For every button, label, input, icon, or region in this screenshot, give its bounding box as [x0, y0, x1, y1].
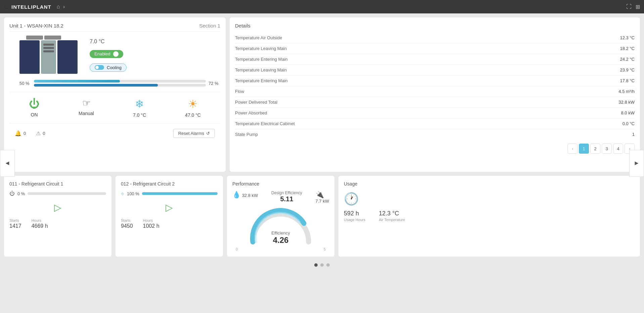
progress-bar-fill-1 — [34, 80, 120, 83]
usage-hours-label: Usage Hours — [344, 218, 365, 222]
circuit2-progress-row: ⟐ 100 % — [121, 191, 218, 197]
detail-name: Temperature Leaving Main — [235, 46, 287, 51]
toggle-dot — [113, 51, 119, 57]
usage-temp-value: 12.3 °C — [379, 210, 405, 217]
gauge-max-label: 5 — [324, 247, 326, 251]
details-row: Temperature Leaving Main23.9 °C — [235, 65, 635, 75]
control-on[interactable]: ⏻ ON — [29, 98, 40, 118]
control-cool-temp[interactable]: ❄ 7.0 °C — [133, 98, 146, 118]
circuit2-title: 012 - Refrigerant Circuit 2 — [121, 181, 218, 187]
details-row: Temperature Entering Main24.2 °C — [235, 54, 635, 65]
circuit2-power-icon: ⟐ — [121, 191, 124, 197]
details-row: Temperature Electrical Cabinet0.0 °C — [235, 118, 635, 129]
perf-left: 💧 32.8 kW — [232, 191, 258, 199]
detail-value: 32.8 kW — [618, 100, 635, 105]
grid-icon[interactable]: ⊞ — [636, 4, 640, 10]
page-btn-4[interactable]: 4 — [613, 144, 623, 154]
circuit2-card: 012 - Refrigerant Circuit 2 ⟐ 100 % ▷ St… — [116, 176, 223, 257]
dot-3[interactable] — [326, 263, 330, 267]
gauge-min-label: 0 — [236, 247, 238, 251]
circuit1-starts-label: Starts — [9, 218, 21, 222]
detail-value: 12.3 °C — [620, 35, 635, 40]
circuit1-icon-row: ▷ — [9, 202, 106, 213]
enabled-badge[interactable]: Enabled — [90, 50, 123, 58]
bottom-row: 011 - Refrigerant Circuit 1 ⏻ 0 % ▷ Star… — [4, 176, 640, 257]
design-eff-label: Design Efficiency — [271, 191, 302, 195]
cooling-label: Cooling — [107, 65, 122, 70]
progress-right-label: 72 % — [209, 81, 220, 86]
detail-value: 23.9 °C — [620, 67, 635, 72]
reset-alarms-button[interactable]: Reset Alarms ↺ — [173, 129, 215, 138]
detail-name: Temperature Entering Main — [235, 78, 288, 83]
page-btn-2[interactable]: 2 — [590, 144, 600, 154]
progress-area: 50 % 72 % — [19, 80, 220, 87]
circuit1-hours: Hours 4669 h — [32, 218, 48, 229]
circuit2-starts-label: Starts — [121, 218, 133, 222]
page-prev-button[interactable]: ‹ — [567, 144, 578, 154]
topnav: ☰ INTELLIPLANT ⌂ › ⛶ ⊞ — [0, 0, 644, 13]
cooling-toggle — [95, 65, 104, 70]
pagination: ‹1234› — [235, 144, 635, 154]
left-arrow-icon: ◄ — [4, 160, 10, 167]
circuit1-progress-row: ⏻ 0 % — [9, 191, 106, 197]
bell-icon: 🔔 — [15, 130, 21, 137]
usage-title: Usage — [344, 181, 635, 187]
details-row: Temperature Entering Main17.8 °C — [235, 75, 635, 86]
circuit1-card: 011 - Refrigerant Circuit 1 ⏻ 0 % ▷ Star… — [4, 176, 111, 257]
unit-title: Unit 1 - WSAN-XIN 18.2 — [9, 23, 63, 29]
gauge-center-text: Efficiency 4.26 — [271, 230, 290, 245]
details-row: Temperature Leaving Main18.2 °C — [235, 43, 635, 54]
enabled-label: Enabled — [94, 51, 110, 56]
design-eff-value: 5.11 — [271, 195, 302, 203]
nav-arrow-right[interactable]: ► — [629, 150, 644, 177]
circuit2-pct: 100 % — [127, 191, 139, 196]
page-btn-1[interactable]: 1 — [579, 144, 589, 154]
water-icon: 💧 — [232, 191, 241, 198]
alarm-bell-count: 0 — [24, 131, 26, 136]
plug-icon: 🔌 — [316, 191, 324, 198]
detail-value: 17.8 °C — [620, 78, 635, 83]
perf-kw-right: 7.7 kW — [316, 199, 329, 204]
resize-icon[interactable]: ⛶ — [626, 4, 632, 10]
page-btn-3[interactable]: 3 — [602, 144, 612, 154]
snowflake-icon: ❄ — [135, 98, 144, 110]
usage-temp-label: Air Temperature — [379, 218, 405, 222]
hvac-panels — [19, 40, 78, 74]
detail-name: Flow — [235, 89, 244, 94]
detail-name: Temperature Electrical Cabinet — [235, 121, 295, 126]
progress-left-label: 50 % — [19, 81, 31, 86]
circuit2-hours-value: 1002 h — [143, 223, 159, 229]
gauge-container: Efficiency 4.26 — [244, 206, 318, 247]
perf-right: 🔌 7.7 kW — [316, 191, 329, 204]
dot-2[interactable] — [320, 263, 324, 267]
usage-hours-value: 592 h — [344, 210, 365, 217]
hvac-panel-right — [57, 40, 78, 74]
dot-1[interactable] — [314, 263, 318, 267]
performance-card: Performance 💧 32.8 kW Design Efficiency … — [227, 176, 334, 257]
usage-content: 🕐 592 h Usage Hours 12.3 °C Air Temperat… — [344, 192, 635, 222]
home-icon[interactable]: ⌂ — [57, 4, 60, 10]
control-hot-temp[interactable]: ☀ 47.0 °C — [185, 98, 201, 118]
refresh-icon: ↺ — [206, 131, 210, 136]
detail-name: Power Absorbed — [235, 110, 267, 115]
detail-name: Power Delivered Total — [235, 100, 277, 105]
details-rows: Temperature Air Outside12.3 °CTemperatur… — [235, 33, 635, 140]
sun-icon: ☀ — [188, 98, 198, 110]
progress-bar-fill-2 — [34, 84, 158, 87]
perf-kw-left: 32.8 kW — [242, 193, 258, 198]
cooling-badge[interactable]: Cooling — [90, 63, 127, 72]
hvac-panel-left — [19, 40, 40, 74]
hamburger-icon[interactable]: ☰ — [4, 4, 8, 9]
circuit1-hours-label: Hours — [32, 218, 48, 222]
detail-name: State Pump — [235, 132, 258, 137]
details-card: Details Temperature Air Outside12.3 °CTe… — [230, 17, 640, 172]
circuit2-stats: Starts 9450 Hours 1002 h — [121, 216, 218, 232]
control-manual[interactable]: ☞ Manual — [79, 98, 94, 118]
circuit2-run-icon: ▷ — [166, 202, 173, 213]
circuit1-bar — [28, 192, 106, 195]
usage-hours-stat: 592 h Usage Hours — [344, 210, 365, 222]
alarm-warning-count: 0 — [43, 131, 45, 136]
nav-arrow-left[interactable]: ◄ — [0, 150, 15, 177]
performance-header: 💧 32.8 kW Design Efficiency 5.11 🔌 7.7 k… — [232, 191, 329, 204]
dot-row — [4, 261, 640, 269]
